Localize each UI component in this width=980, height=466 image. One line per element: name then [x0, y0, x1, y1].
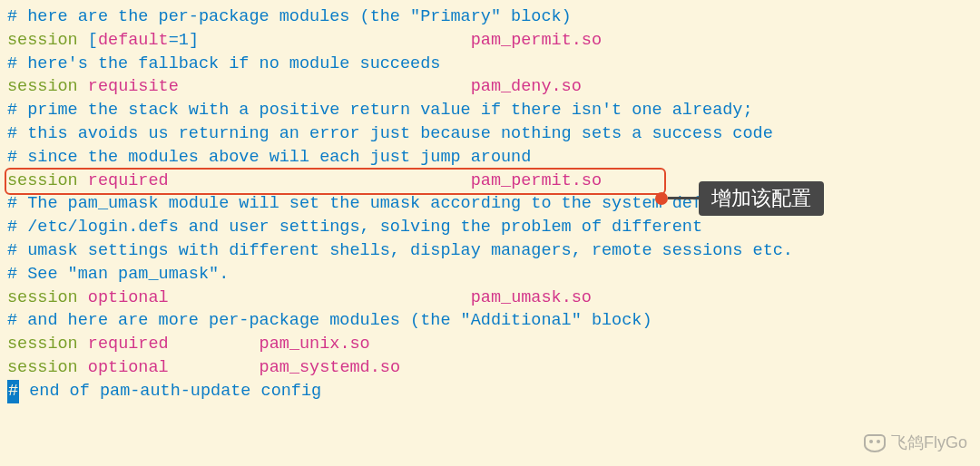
- highlighted-config-line: session required pam_permit.so: [7, 170, 973, 193]
- cursor: #: [7, 380, 19, 403]
- comment-line: # prime the stack with a positive return…: [7, 99, 973, 122]
- comment-line: # here's the fallback if no module succe…: [7, 53, 973, 76]
- comment-line: # here are the per-package modules (the …: [7, 5, 973, 29]
- watermark-text: 飞鸽FlyGo: [891, 432, 967, 455]
- config-line: session required pam_unix.so: [7, 333, 973, 356]
- comment-line: # since the modules above will each just…: [7, 146, 973, 170]
- comment-line: # The pam_umask module will set the umas…: [7, 192, 973, 216]
- code-block: # here are the per-package modules (the …: [7, 5, 973, 403]
- config-line: session optional pam_umask.so: [7, 286, 973, 310]
- comment-line: # this avoids us returning an error just…: [7, 122, 973, 146]
- comment-line: # /etc/login.defs and user settings, sol…: [7, 216, 973, 239]
- comment-line: # See "man pam_umask".: [7, 263, 973, 286]
- comment-line: # end of pam-auth-update config: [7, 380, 973, 403]
- comment-line: # umask settings with different shells, …: [7, 239, 973, 263]
- watermark: 飞鸽FlyGo: [864, 432, 967, 455]
- config-line: session [default=1] pam_permit.so: [7, 29, 973, 53]
- comment-line: # and here are more per-package modules …: [7, 309, 973, 333]
- config-line: session requisite pam_deny.so: [7, 75, 973, 99]
- config-line: session optional pam_systemd.so: [7, 356, 973, 380]
- wechat-icon: [864, 434, 886, 452]
